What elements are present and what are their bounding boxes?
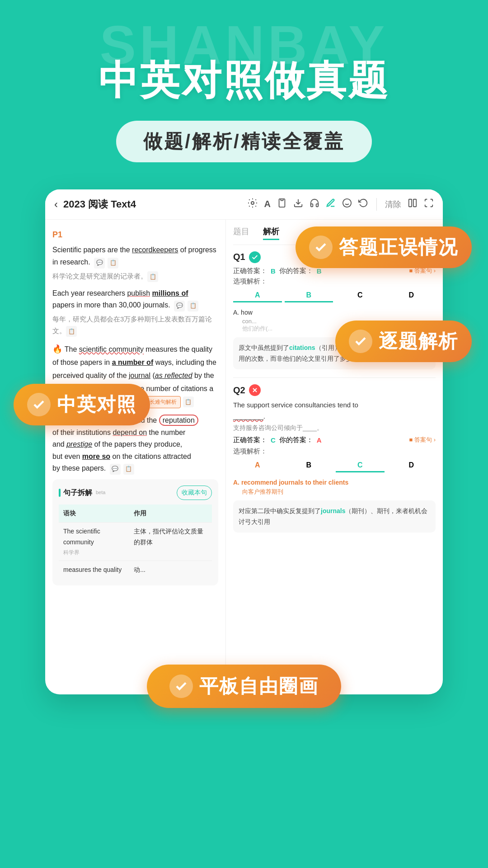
q1-option-d[interactable]: D xyxy=(387,289,436,302)
para-icon-1[interactable]: 💬 xyxy=(94,258,105,269)
badge-answer-status: 答题正误情况 xyxy=(296,226,472,268)
q1-correct-label: 正确答案： xyxy=(233,267,267,275)
svg-rect-3 xyxy=(409,199,412,207)
badge-bilingual: 中英对照 xyxy=(14,384,150,425)
chunk-1: The scientific community 科学界 xyxy=(59,523,129,561)
q2-correct-value: C xyxy=(271,436,276,444)
q2-option-a-text: A. recommend journals to their clients xyxy=(233,477,436,488)
svg-point-0 xyxy=(251,202,254,204)
fire-icon: 🔥 xyxy=(52,344,62,354)
chunk-2: measures the quality xyxy=(59,561,129,579)
badge-analysis-inner: 逐题解析 xyxy=(335,321,472,362)
q1-status-icon xyxy=(249,251,261,263)
translate-icon[interactable]: A xyxy=(264,199,271,209)
q1-options-label: 选项解析： xyxy=(233,277,436,286)
headphone-icon[interactable] xyxy=(310,198,319,211)
title-bar xyxy=(59,489,61,497)
q1-option-c[interactable]: C xyxy=(336,289,385,302)
q2-yours-label: 你的答案： xyxy=(279,436,313,444)
para-icon-5[interactable]: 📋 xyxy=(183,396,194,407)
para-text-cn-1: 科学论文是研究进展的记录者。📋 xyxy=(52,270,218,282)
badge-bilingual-inner: 中英对照 xyxy=(14,384,150,425)
para-icon-4[interactable]: 📋 xyxy=(188,301,198,311)
q2-cn-text: 支持服务咨询公司倾向于____。 xyxy=(233,424,436,432)
settings-icon[interactable] xyxy=(247,198,258,211)
card-header: ‹ 2023 阅读 Text4 A xyxy=(45,189,443,220)
q2-answer-sentence-btn[interactable]: ■ 答案句 › xyxy=(409,436,436,444)
hero-section: 中英对照做真题 做题/解析/精读全覆盖 xyxy=(0,0,488,189)
q2-options-label: 选项解析： xyxy=(233,447,436,456)
q2-analysis-box: 对应第二段中确实反复提到了journals（期刊）、期刊，来者机机会讨弓大引用 xyxy=(233,500,436,533)
q2-option-a[interactable]: A xyxy=(233,459,282,472)
badge-bilingual-text: 中英对照 xyxy=(57,392,136,417)
tab-analysis[interactable]: 解析 xyxy=(263,226,279,240)
q1-options-grid: A B C D xyxy=(233,289,436,302)
q1-number: Q1 xyxy=(233,252,245,262)
fullscreen-icon[interactable] xyxy=(424,198,434,211)
q2-option-d[interactable]: D xyxy=(387,459,436,472)
q2-option-a-cn: 向客户推荐期刊 xyxy=(233,488,436,496)
download-icon[interactable] xyxy=(293,198,303,211)
card-wrapper: ‹ 2023 阅读 Text4 A xyxy=(23,189,465,694)
header-icons: A 清除 xyxy=(247,198,434,211)
para-icon-cn[interactable]: 📋 xyxy=(147,271,158,282)
badge-tablet-text: 平板自由圈画 xyxy=(199,674,319,699)
badge-answer-status-text: 答题正误情况 xyxy=(339,235,458,260)
q2-options-grid: A B C D xyxy=(233,459,436,472)
q2-correct-label: 正确答案： xyxy=(233,436,267,444)
card-title: 2023 阅读 Text4 xyxy=(63,198,247,211)
tab-questions[interactable]: 题目 xyxy=(233,226,249,240)
left-column: P1 Scientific papers are the recordkeepe… xyxy=(45,220,226,694)
q1-correct-value: B xyxy=(271,267,276,275)
svg-point-2 xyxy=(343,199,351,207)
back-button[interactable]: ‹ xyxy=(54,198,58,211)
refresh-icon[interactable] xyxy=(358,198,368,211)
col-header-role: 作用 xyxy=(129,505,212,523)
badge-answer-status-inner: 答题正误情况 xyxy=(296,226,472,268)
hero-subtitle-box: 做题/解析/精读全覆盖 xyxy=(116,121,371,162)
badge-check-icon-4 xyxy=(169,675,193,698)
q2-number: Q2 xyxy=(233,385,245,396)
clipboard-icon[interactable] xyxy=(277,198,287,211)
q2-option-a-text-block: A. recommend journals to their clients 向… xyxy=(233,477,436,496)
option-a-how: A. how xyxy=(233,307,436,318)
header-divider xyxy=(376,198,377,211)
q1-option-b[interactable]: B xyxy=(285,289,333,302)
badge-analysis-text: 逐题解析 xyxy=(379,329,458,354)
para-icon-2[interactable]: 📋 xyxy=(108,258,118,269)
para-icon-7[interactable]: 📋 xyxy=(123,464,134,475)
layout-icon[interactable] xyxy=(408,198,418,211)
sentence-box-title: 句子拆解 beta xyxy=(59,486,105,499)
para-icon-6[interactable]: 💬 xyxy=(110,464,121,475)
collect-sentence-button[interactable]: 收藏本句 xyxy=(177,486,212,500)
q2-question-text: The support service consultancies tend t… xyxy=(233,400,436,422)
sentence-row-2: measures the quality 动... xyxy=(59,561,212,579)
sentence-box-header: 句子拆解 beta 收藏本句 xyxy=(59,486,212,500)
role-2: 动... xyxy=(129,561,212,579)
q2-status-icon xyxy=(249,384,261,396)
beta-badge: beta xyxy=(96,488,105,497)
pen-icon[interactable] xyxy=(326,198,336,211)
para-text-en-1: Scientific papers are the recordkeepers … xyxy=(52,244,218,268)
para-icon-3[interactable]: 💬 xyxy=(174,301,185,311)
emoji-icon[interactable] xyxy=(342,198,352,211)
q1-your-value: B xyxy=(317,267,322,275)
sentence-title-text: 句子拆解 xyxy=(63,486,92,499)
para-label-p1: P1 xyxy=(52,228,218,242)
sentence-row-1: The scientific community 科学界 主体，指代评估论文质量… xyxy=(59,523,212,561)
q2-your-value: A xyxy=(317,436,322,444)
q2-answer-row: 正确答案： C 你的答案： A ■ 答案句 › xyxy=(233,436,436,444)
clear-button[interactable]: 清除 xyxy=(385,199,401,210)
question-block-q2: Q2 The support service consultancies ten… xyxy=(233,384,436,533)
card-body: P1 Scientific papers are the recordkeepe… xyxy=(45,220,443,694)
badge-tablet-inner: 平板自由圈画 xyxy=(147,665,341,708)
q1-option-a[interactable]: A xyxy=(233,289,282,302)
q1-answer-sentence-btn[interactable]: ■ 答案句 › xyxy=(409,267,436,275)
analysis-tag[interactable]: 长难句解析 xyxy=(145,396,181,408)
para-text-en-2: Each year researchers publish millions o… xyxy=(52,288,218,311)
hero-title: 中英对照做真题 xyxy=(0,59,488,103)
badge-tablet: 平板自由圈画 xyxy=(147,665,341,708)
q2-option-c[interactable]: C xyxy=(336,459,385,472)
para-icon-cn2[interactable]: 📋 xyxy=(66,326,77,337)
q2-option-b[interactable]: B xyxy=(285,459,333,472)
